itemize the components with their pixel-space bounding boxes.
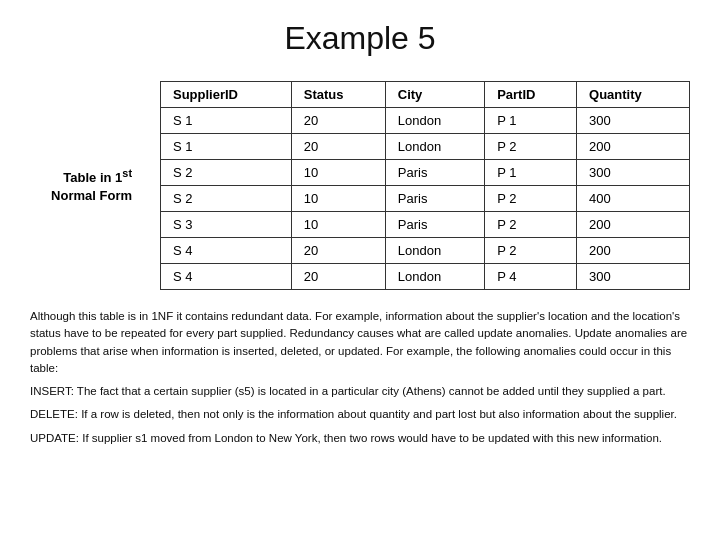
- table-cell: S 2: [161, 186, 292, 212]
- table-cell: S 3: [161, 212, 292, 238]
- table-cell: London: [385, 108, 484, 134]
- label-superscript: st: [122, 167, 132, 179]
- table-cell: S 4: [161, 264, 292, 290]
- table-header-cell: PartID: [485, 82, 577, 108]
- table-cell: 200: [577, 212, 690, 238]
- table-header-cell: Status: [291, 82, 385, 108]
- table-cell: London: [385, 238, 484, 264]
- table-header-cell: SupplierID: [161, 82, 292, 108]
- table-cell: S 1: [161, 108, 292, 134]
- table-cell: 300: [577, 264, 690, 290]
- table-row: S 310ParisP 2200: [161, 212, 690, 238]
- desc-para2: INSERT: The fact that a certain supplier…: [30, 383, 690, 400]
- table-row: S 420LondonP 2200: [161, 238, 690, 264]
- table-row: S 210ParisP 1300: [161, 160, 690, 186]
- table-cell: Paris: [385, 212, 484, 238]
- table-cell: 20: [291, 108, 385, 134]
- table-row: S 120LondonP 2200: [161, 134, 690, 160]
- table-cell: 10: [291, 160, 385, 186]
- table-cell: 20: [291, 134, 385, 160]
- table-cell: P 1: [485, 160, 577, 186]
- table-body: S 120LondonP 1300S 120LondonP 2200S 210P…: [161, 108, 690, 290]
- table-row: S 210ParisP 2400: [161, 186, 690, 212]
- label-line2: Normal Form: [51, 188, 132, 203]
- table-cell: 200: [577, 238, 690, 264]
- table-cell: Paris: [385, 186, 484, 212]
- table-cell: Paris: [385, 160, 484, 186]
- desc-para4: UPDATE: If supplier s1 moved from London…: [30, 430, 690, 447]
- table-cell: 300: [577, 108, 690, 134]
- table-label: Table in 1st Normal Form: [51, 166, 132, 206]
- table-cell: 200: [577, 134, 690, 160]
- table-cell: 20: [291, 238, 385, 264]
- table-label-area: Table in 1st Normal Form: [30, 81, 140, 290]
- desc-para3: DELETE: If a row is deleted, then not on…: [30, 406, 690, 423]
- table-cell: P 1: [485, 108, 577, 134]
- label-line1: Table in 1: [63, 170, 122, 185]
- table-cell: 10: [291, 186, 385, 212]
- table-row: S 420LondonP 4300: [161, 264, 690, 290]
- table-row: S 120LondonP 1300: [161, 108, 690, 134]
- table-cell: London: [385, 264, 484, 290]
- description-block: Although this table is in 1NF it contain…: [30, 308, 690, 447]
- table-header-cell: Quantity: [577, 82, 690, 108]
- table-cell: 10: [291, 212, 385, 238]
- table-cell: 300: [577, 160, 690, 186]
- table-cell: 400: [577, 186, 690, 212]
- table-cell: London: [385, 134, 484, 160]
- table-cell: P 4: [485, 264, 577, 290]
- main-content-area: Table in 1st Normal Form SupplierIDStatu…: [30, 81, 690, 290]
- table-cell: 20: [291, 264, 385, 290]
- table-header-row: SupplierIDStatusCityPartIDQuantity: [161, 82, 690, 108]
- table-cell: P 2: [485, 134, 577, 160]
- data-table: SupplierIDStatusCityPartIDQuantity S 120…: [160, 81, 690, 290]
- table-cell: P 2: [485, 186, 577, 212]
- desc-para1: Although this table is in 1NF it contain…: [30, 308, 690, 377]
- table-cell: S 4: [161, 238, 292, 264]
- table-cell: S 1: [161, 134, 292, 160]
- table-cell: P 2: [485, 238, 577, 264]
- page-title: Example 5: [30, 20, 690, 57]
- table-cell: S 2: [161, 160, 292, 186]
- table-cell: P 2: [485, 212, 577, 238]
- table-header-cell: City: [385, 82, 484, 108]
